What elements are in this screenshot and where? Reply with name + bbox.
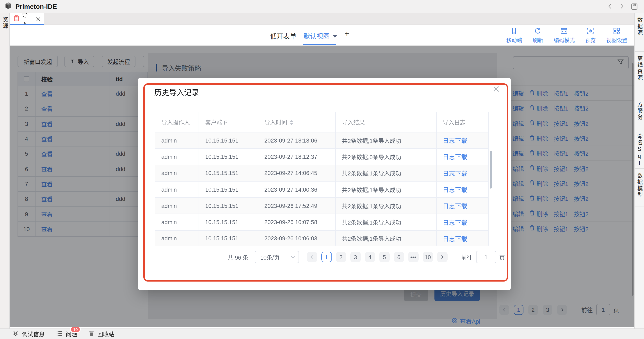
operator-value: admin xyxy=(161,235,177,242)
recycle-bin-button[interactable]: 回收站 xyxy=(88,330,114,338)
close-icon[interactable] xyxy=(492,84,501,95)
save-icon[interactable] xyxy=(631,3,638,10)
nav-back-icon[interactable] xyxy=(607,4,613,9)
code-window-icon xyxy=(560,27,568,35)
import-history-body: admin 10.15.15.151 2023-09-27 18:13:06 共… xyxy=(155,132,489,246)
goto-page-input[interactable] xyxy=(476,251,496,263)
import-history-header: 导入操作人 客户端IP 导入时间 导入结果 导入日志 xyxy=(155,112,489,132)
import-history-row: admin 10.15.15.151 2023-09-26 17:52:49 共… xyxy=(155,198,489,214)
log-download-link[interactable]: 日志下载 xyxy=(443,136,467,145)
log-download-link[interactable]: 日志下载 xyxy=(443,168,467,178)
trash-icon xyxy=(88,330,94,338)
form-doc-icon xyxy=(14,15,19,23)
operator-value: admin xyxy=(161,219,177,226)
page-button[interactable]: 2 xyxy=(336,252,346,262)
dialog-pagination: 共 96 条 10条/页 123456•••10 前往 页 xyxy=(228,251,505,263)
log-download-link[interactable]: 日志下载 xyxy=(443,202,467,210)
page-button[interactable]: 6 xyxy=(394,252,404,262)
column-header-import-time[interactable]: 导入时间 xyxy=(258,112,336,132)
import-result-value: 共2条数据,1条导入成功 xyxy=(342,136,401,144)
tab-close-icon[interactable] xyxy=(36,15,40,23)
active-view-indicator xyxy=(303,44,336,45)
log-download-link[interactable]: 日志下载 xyxy=(443,218,467,226)
right-panel-tab[interactable]: 数据源 xyxy=(635,13,644,52)
client-ip-value: 10.15.15.151 xyxy=(205,170,238,176)
chevron-down-icon xyxy=(333,35,337,38)
view-selector[interactable]: 默认视图 xyxy=(303,31,337,40)
next-page-button[interactable] xyxy=(437,252,448,262)
page-button[interactable]: 3 xyxy=(350,252,360,262)
import-time-value: 2023-09-26 17:52:49 xyxy=(264,202,317,209)
prev-page-button[interactable] xyxy=(307,252,317,262)
import-history-row: admin 10.15.15.151 2023-09-26 10:07:58 共… xyxy=(155,214,489,231)
nav-forward-icon[interactable] xyxy=(619,4,625,9)
import-time-value: 2023-09-27 14:06:45 xyxy=(264,170,317,176)
preview-eye-icon xyxy=(587,27,594,35)
import-time-value: 2023-09-27 14:00:36 xyxy=(264,186,317,193)
tab-import[interactable]: 导入 xyxy=(10,13,44,25)
import-time-value: 2023-09-26 10:06:03 xyxy=(264,235,317,242)
list-icon xyxy=(56,330,63,338)
form-name-label: 低开表单 xyxy=(270,31,296,40)
layout-grid-icon xyxy=(613,27,620,35)
import-history-table: 导入操作人 客户端IP 导入时间 导入结果 导入日志 admin 10.15.1… xyxy=(155,112,489,246)
operator-value: admin xyxy=(161,154,177,160)
page-size-select[interactable]: 10条/页 xyxy=(254,251,299,263)
right-panel-tab[interactable]: 数据模型 xyxy=(635,169,644,207)
refresh-button[interactable]: 刷新 xyxy=(533,27,543,44)
operator-value: admin xyxy=(161,137,177,144)
chevron-down-icon xyxy=(290,256,295,258)
column-header-import-log: 导入日志 xyxy=(437,112,489,132)
import-time-value: 2023-09-26 10:07:58 xyxy=(264,219,317,226)
client-ip-value: 10.15.15.151 xyxy=(205,219,238,226)
right-panel-strip: 数据源离线资源三方服务命名Sql数据模型 xyxy=(634,13,644,328)
app-logo-icon xyxy=(4,2,12,11)
right-panel-tab[interactable]: 离线资源 xyxy=(635,52,644,91)
app-window: Primeton-IDE 资源 数据源离线资源三方服务命名Sql数据模型 xyxy=(0,0,644,339)
mobile-view-button[interactable]: 移动端 xyxy=(506,27,522,44)
import-result-value: 共2条数据,0条导入成功 xyxy=(342,152,401,161)
right-panel-tab[interactable]: 三方服务 xyxy=(635,91,644,129)
view-settings-button[interactable]: 视图设置 xyxy=(606,27,627,44)
page-button[interactable]: 5 xyxy=(379,252,390,262)
status-bar: 调试信息 问题 回收站 10 xyxy=(0,328,644,339)
resource-panel-tab[interactable]: 资源 xyxy=(0,17,10,30)
import-history-row: admin 10.15.15.151 2023-09-27 14:06:45 共… xyxy=(155,165,489,182)
import-history-row: admin 10.15.15.151 2023-09-26 10:06:03 共… xyxy=(155,231,489,246)
operator-value: admin xyxy=(161,170,177,176)
page-unit-label: 页 xyxy=(499,253,505,261)
log-download-link[interactable]: 日志下载 xyxy=(443,185,467,194)
import-history-row: admin 10.15.15.151 2023-09-27 18:12:37 共… xyxy=(155,149,489,165)
table-scrollbar-thumb[interactable] xyxy=(490,151,492,188)
add-view-button[interactable]: + xyxy=(344,30,349,38)
log-download-link[interactable]: 日志下载 xyxy=(443,234,467,243)
import-result-value: 共2条数据,1条导入成功 xyxy=(342,234,401,243)
client-ip-value: 10.15.15.151 xyxy=(205,137,238,144)
sort-icon[interactable] xyxy=(290,120,293,125)
page-button[interactable]: 4 xyxy=(364,252,375,262)
client-ip-value: 10.15.15.151 xyxy=(205,202,238,209)
code-mode-button[interactable]: 编码模式 xyxy=(554,27,575,44)
import-result-value: 共2条数据,1条导入成功 xyxy=(342,202,401,210)
column-header-client-ip: 客户端IP xyxy=(199,112,258,132)
import-time-value: 2023-09-27 18:13:06 xyxy=(264,137,317,144)
page-button[interactable]: 1 xyxy=(321,252,332,262)
import-history-row: admin 10.15.15.151 2023-09-27 14:00:36 共… xyxy=(155,182,489,198)
refresh-icon xyxy=(534,27,542,35)
import-history-row: admin 10.15.15.151 2023-09-27 18:13:06 共… xyxy=(155,132,489,149)
editor-tabbar: 导入 xyxy=(10,13,634,25)
editor-canvas: 新窗口发起 导入 发起流程 校验 tid 1 查看 ddd xyxy=(10,46,634,327)
right-panel-tab[interactable]: 命名Sql xyxy=(635,129,644,169)
preview-button[interactable]: 预览 xyxy=(585,27,596,44)
view-toolbar: 低开表单 默认视图 + 移动端 刷新 xyxy=(10,25,634,46)
log-download-link[interactable]: 日志下载 xyxy=(443,152,467,161)
mobile-icon xyxy=(510,27,518,35)
client-ip-value: 10.15.15.151 xyxy=(205,154,238,160)
page-button[interactable]: ••• xyxy=(408,252,418,262)
operator-value: admin xyxy=(161,202,177,209)
debug-info-button[interactable]: 调试信息 xyxy=(12,330,45,338)
page-button[interactable]: 10 xyxy=(422,252,433,262)
column-header-operator: 导入操作人 xyxy=(155,112,199,132)
left-resource-strip: 资源 xyxy=(0,13,10,328)
column-header-import-result: 导入结果 xyxy=(336,112,437,132)
